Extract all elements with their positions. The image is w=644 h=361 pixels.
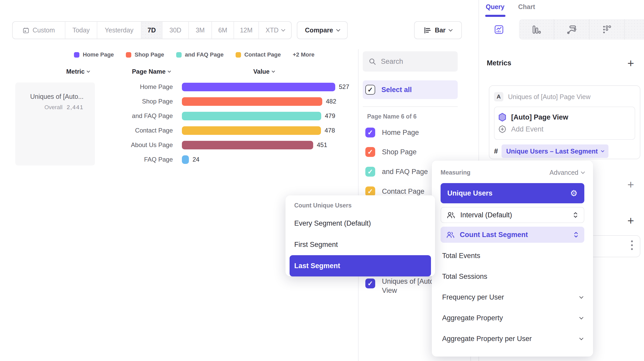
chevron-down-icon — [272, 69, 275, 73]
option-label: Total Events — [442, 252, 480, 260]
checkbox-checked[interactable]: ✓ — [365, 279, 375, 288]
segment-search[interactable] — [363, 51, 458, 72]
measuring-option-frequency-per-user[interactable]: Frequency per User — [441, 287, 584, 308]
segment-row-home-page[interactable]: ✓ Home Page — [365, 128, 459, 137]
column-header-page-name[interactable]: Page Name — [113, 68, 170, 75]
divider — [363, 106, 458, 107]
report-tab-flows[interactable] — [554, 19, 590, 40]
date-range-3m[interactable]: 3M — [189, 22, 212, 39]
add-metric-button[interactable]: + — [627, 58, 634, 69]
metric-definition-header: A Uniques of [Auto] Page View — [494, 92, 635, 101]
stepper-icon — [573, 231, 579, 238]
metric-summary-card[interactable]: Uniques of [Auto... Overall2,441 — [15, 82, 95, 165]
date-range-custom[interactable]: Custom — [13, 22, 65, 39]
metrics-heading: Metrics — [487, 59, 511, 67]
legend-label: Home Page — [83, 51, 114, 58]
legend-swatch — [176, 52, 182, 58]
report-tab-funnels[interactable] — [519, 19, 554, 40]
option-label: Last Segment — [294, 262, 340, 270]
checkbox-checked[interactable]: ✓ — [365, 147, 375, 157]
bar[interactable] — [182, 155, 189, 164]
advanced-label: Advanced — [550, 169, 578, 176]
more-options-icon[interactable] — [631, 240, 634, 250]
select-all-row[interactable]: ✓ Select all — [363, 80, 458, 99]
bar[interactable] — [182, 97, 322, 106]
bar[interactable] — [182, 83, 335, 91]
gear-icon[interactable]: ⚙ — [570, 189, 578, 197]
date-range-30d[interactable]: 30D — [162, 22, 189, 39]
legend-item[interactable]: Contact Page — [236, 51, 281, 58]
date-range-6m[interactable]: 6M — [212, 22, 234, 39]
count-option-last-segment[interactable]: Last Segment — [290, 255, 431, 276]
add-breakdown-button[interactable]: + — [627, 215, 634, 226]
option-label: Aggregate Property per User — [442, 335, 532, 343]
measuring-option-aggregate-property[interactable]: Aggregate Property — [441, 308, 584, 328]
date-range-7d[interactable]: 7D — [141, 22, 162, 39]
option-label: Interval (Default) — [460, 211, 568, 219]
date-range-yesterday[interactable]: Yesterday — [97, 22, 141, 39]
chevron-down-icon — [601, 149, 604, 152]
legend-more-link[interactable]: +2 More — [293, 51, 314, 58]
legend-item[interactable]: Shop Page — [126, 51, 164, 58]
bar-value-label: 482 — [326, 98, 336, 105]
count-option-first-segment[interactable]: First Segment — [290, 234, 431, 255]
chevron-down-icon — [579, 336, 584, 340]
date-range-label: Today — [72, 26, 90, 34]
date-range-label: 6M — [218, 26, 227, 34]
metric-definition-card[interactable]: A Uniques of [Auto] Page View [Auto] Pag… — [489, 85, 640, 159]
measuring-option-aggregate-property-per-user[interactable]: Aggregate Property per User — [441, 328, 584, 349]
chevron-down-icon — [579, 294, 584, 298]
tab-chart[interactable]: Chart — [518, 3, 535, 11]
column-header-value[interactable]: Value — [238, 68, 290, 75]
date-range-label: Custom — [32, 26, 55, 34]
compare-label: Compare — [305, 26, 333, 34]
tab-query[interactable]: Query — [486, 3, 504, 11]
bar[interactable] — [182, 141, 313, 149]
add-event-row[interactable]: Add Event — [498, 123, 631, 135]
date-range-today[interactable]: Today — [65, 22, 97, 39]
chart-bar-row: and FAQ Page 479 — [108, 110, 335, 122]
advanced-dropdown[interactable]: Advanced — [550, 169, 584, 176]
checkbox-checked[interactable]: ✓ — [365, 186, 375, 196]
event-row[interactable]: [Auto] Page View — [498, 111, 631, 123]
legend-swatch — [126, 52, 131, 58]
measurement-label: Unique Users – Last Segment — [506, 148, 598, 155]
bar[interactable] — [182, 112, 321, 120]
column-header-metric[interactable]: Metric — [38, 68, 90, 75]
measuring-suboption-interval[interactable]: Interval (Default) — [441, 207, 584, 223]
measurement-dropdown[interactable]: Unique Users – Last Segment — [502, 144, 608, 158]
measuring-option-total-events[interactable]: Total Events — [441, 245, 584, 266]
bar[interactable] — [182, 126, 321, 135]
report-tab-insights[interactable] — [479, 19, 519, 40]
metric-definition-label: Uniques of [Auto] Page View — [508, 93, 591, 101]
chart-type-button[interactable]: Bar — [414, 21, 462, 39]
date-range-xtd[interactable]: XTD — [259, 22, 291, 39]
add-filter-button[interactable]: + — [627, 179, 634, 190]
date-range-label: 30D — [169, 26, 181, 34]
checkbox-checked[interactable]: ✓ — [365, 167, 375, 177]
report-tab-retention[interactable] — [590, 19, 625, 40]
measuring-option-unique-users[interactable]: Unique Users ⚙ — [441, 183, 584, 203]
legend-item[interactable]: and FAQ Page — [176, 51, 224, 58]
stepper-icon — [573, 212, 578, 218]
search-input[interactable] — [381, 58, 448, 66]
date-range-12m[interactable]: 12M — [234, 22, 259, 39]
bar-value-label: 24 — [193, 156, 200, 163]
column-header-label: Metric — [66, 68, 85, 75]
legend-item[interactable]: Home Page — [74, 51, 114, 58]
segment-row-shop-page[interactable]: ✓ Shop Page — [365, 147, 459, 157]
checkbox-checked[interactable]: ✓ — [365, 128, 375, 137]
measuring-option-total-sessions[interactable]: Total Sessions — [441, 266, 584, 287]
compare-button[interactable]: Compare — [297, 21, 348, 39]
measuring-menu: Measuring Advanced Unique Users ⚙ Interv… — [432, 161, 593, 357]
measuring-title: Measuring — [441, 169, 470, 176]
count-option-every-segment[interactable]: Every Segment (Default) — [290, 213, 431, 234]
column-header-label: Page Name — [132, 68, 166, 75]
segment-label: Home Page — [382, 129, 419, 137]
measuring-suboption-count-last-segment[interactable]: Count Last Segment — [441, 227, 584, 243]
date-range-label: 3M — [196, 26, 205, 34]
legend-label: Contact Page — [244, 51, 281, 58]
chart-bar-row: FAQ Page 24 — [108, 154, 200, 165]
select-all-checkbox[interactable]: ✓ — [365, 85, 375, 95]
column-header-label: Value — [253, 68, 270, 75]
